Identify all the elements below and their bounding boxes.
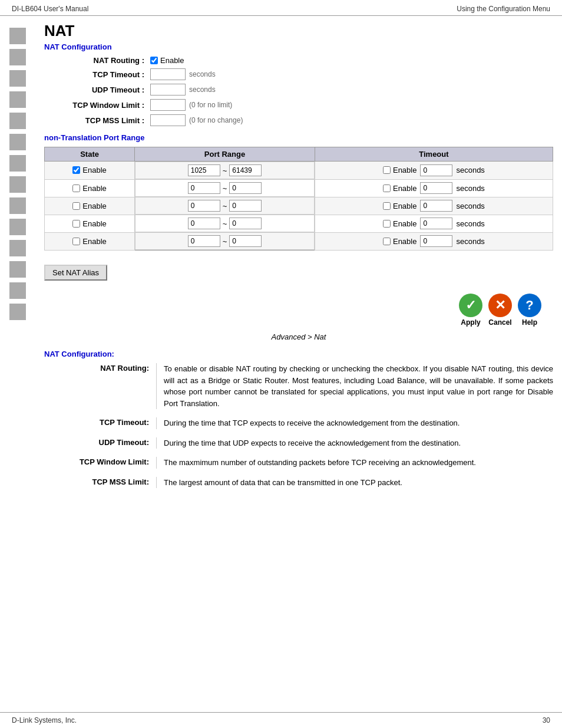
tcp-window-input[interactable]: 0 xyxy=(150,99,186,111)
timeout-cell-1: Enableseconds xyxy=(315,179,553,197)
footer-left: D-Link Systems, Inc. xyxy=(12,716,77,724)
sidebar-block-5 xyxy=(9,113,26,129)
timeout-enable-text-1: Enable xyxy=(393,184,416,193)
seconds-text-0: seconds xyxy=(456,166,484,174)
state-checkbox-3[interactable] xyxy=(72,220,80,228)
sidebar-block-10 xyxy=(9,219,26,235)
help-button[interactable]: ? Help xyxy=(518,294,541,327)
nat-routing-label: NAT Routing : xyxy=(44,56,150,65)
port-from-input-3[interactable] xyxy=(188,218,220,229)
table-header-row: State Port Range Timeout xyxy=(45,147,553,162)
tcp-window-hint: (0 for no limit) xyxy=(189,101,232,109)
desc-row-0: NAT Routing:To enable or disable NAT rou… xyxy=(44,363,553,409)
nat-routing-value: Enable xyxy=(150,56,184,65)
desc-text-3: The maxmimum number of outstanding packe… xyxy=(164,457,553,469)
nat-routing-row: NAT Routing : Enable xyxy=(44,56,553,65)
timeout-input-0[interactable] xyxy=(420,164,452,176)
timeout-input-3[interactable] xyxy=(420,218,452,229)
timeout-checkbox-label-3[interactable]: Enable xyxy=(383,219,416,228)
state-enable-text-4: Enable xyxy=(82,237,106,246)
port-from-input-1[interactable] xyxy=(188,182,220,194)
port-range-cell-1: ~ xyxy=(135,179,315,197)
state-checkbox-label-3[interactable]: Enable xyxy=(48,219,131,228)
udp-timeout-row: UDP Timeout : 120 seconds xyxy=(44,84,553,95)
timeout-input-2[interactable] xyxy=(420,200,452,212)
port-to-input-0[interactable] xyxy=(229,164,262,176)
desc-row-4: TCP MSS Limit:The largest amount of data… xyxy=(44,477,553,489)
apply-label: Apply xyxy=(461,318,480,327)
cancel-label: Cancel xyxy=(488,318,511,327)
timeout-checkbox-label-0[interactable]: Enable xyxy=(383,166,416,174)
port-range-cell-0: ~ xyxy=(135,162,315,179)
content-area: NAT NAT Configuration NAT Routing : Enab… xyxy=(35,22,562,496)
state-enable-text-3: Enable xyxy=(82,219,106,228)
page-header: DI-LB604 User's Manual Using the Configu… xyxy=(0,0,562,16)
desc-label-4: TCP MSS Limit: xyxy=(44,477,156,486)
tcp-timeout-label: TCP Timeout : xyxy=(44,70,150,79)
port-from-input-2[interactable] xyxy=(188,200,220,212)
nat-config-form: NAT Routing : Enable TCP Timeout : 300 s… xyxy=(44,56,553,126)
timeout-checkbox-1[interactable] xyxy=(383,185,391,192)
nat-routing-checkbox[interactable] xyxy=(150,57,158,64)
state-checkbox-label-2[interactable]: Enable xyxy=(48,202,131,210)
udp-timeout-input[interactable]: 120 xyxy=(150,84,186,95)
set-nat-alias-container: Set NAT Alias xyxy=(44,258,553,288)
timeout-checkbox-4[interactable] xyxy=(383,238,391,245)
port-from-input-4[interactable] xyxy=(188,235,220,247)
desc-label-2: UDP Timeout: xyxy=(44,437,156,447)
header-right: Using the Configuration Menu xyxy=(457,5,550,13)
port-to-input-1[interactable] xyxy=(229,182,262,194)
timeout-checkbox-label-4[interactable]: Enable xyxy=(383,237,416,246)
col-state: State xyxy=(45,147,135,162)
cancel-button[interactable]: ✕ Cancel xyxy=(488,294,512,327)
timeout-checkbox-0[interactable] xyxy=(383,166,391,174)
state-checkbox-1[interactable] xyxy=(72,185,80,192)
desc-rows-container: NAT Routing:To enable or disable NAT rou… xyxy=(44,363,553,488)
port-from-input-0[interactable] xyxy=(188,164,220,176)
nat-routing-checkbox-label[interactable]: Enable xyxy=(150,56,184,65)
seconds-text-3: seconds xyxy=(456,219,484,228)
apply-button[interactable]: ✓ Apply xyxy=(459,294,482,327)
desc-text-1: During the time that TCP expects to rece… xyxy=(164,417,553,429)
timeout-cell-3: Enableseconds xyxy=(315,215,553,232)
sidebar-block-9 xyxy=(9,197,26,214)
tcp-mss-input[interactable]: 0 xyxy=(150,114,186,126)
sidebar-block-12 xyxy=(9,261,26,278)
help-icon: ? xyxy=(518,294,541,317)
table-row: Enable~Enableseconds xyxy=(45,215,553,232)
state-checkbox-2[interactable] xyxy=(72,202,80,210)
port-range-cell-4: ~ xyxy=(135,232,315,250)
timeout-enable-text-3: Enable xyxy=(393,219,416,228)
timeout-checkbox-3[interactable] xyxy=(383,220,391,228)
port-to-input-4[interactable] xyxy=(229,235,262,247)
state-checkbox-label-4[interactable]: Enable xyxy=(48,237,131,246)
tilde-2: ~ xyxy=(223,202,227,210)
port-to-input-3[interactable] xyxy=(229,218,262,229)
seconds-text-4: seconds xyxy=(456,237,484,246)
tcp-timeout-unit: seconds xyxy=(189,70,216,78)
state-checkbox-4[interactable] xyxy=(72,238,80,245)
port-to-input-2[interactable] xyxy=(229,200,262,212)
timeout-input-1[interactable] xyxy=(420,182,452,194)
timeout-checkbox-label-2[interactable]: Enable xyxy=(383,202,416,210)
port-range-section: non-Translation Port Range State Port Ra… xyxy=(44,133,553,251)
table-row: Enable~Enableseconds xyxy=(45,162,553,180)
timeout-cell-2: Enableseconds xyxy=(315,197,553,215)
page-title: NAT xyxy=(44,22,553,40)
state-checkbox-0[interactable] xyxy=(72,166,80,174)
desc-label-1: TCP Timeout: xyxy=(44,417,156,427)
timeout-checkbox-label-1[interactable]: Enable xyxy=(383,184,416,193)
tcp-timeout-input[interactable]: 300 xyxy=(150,68,186,80)
timeout-checkbox-2[interactable] xyxy=(383,202,391,210)
apply-icon: ✓ xyxy=(459,294,482,317)
tcp-timeout-row: TCP Timeout : 300 seconds xyxy=(44,68,553,80)
udp-timeout-value: 120 seconds xyxy=(150,84,216,95)
state-checkbox-label-0[interactable]: Enable xyxy=(48,166,131,174)
table-row: Enable~Enableseconds xyxy=(45,179,553,197)
desc-divider-4 xyxy=(156,477,157,489)
col-port-range: Port Range xyxy=(135,147,315,162)
set-nat-alias-button[interactable]: Set NAT Alias xyxy=(44,265,107,281)
desc-label-0: NAT Routing: xyxy=(44,363,156,373)
timeout-input-4[interactable] xyxy=(420,235,452,247)
state-checkbox-label-1[interactable]: Enable xyxy=(48,184,131,193)
